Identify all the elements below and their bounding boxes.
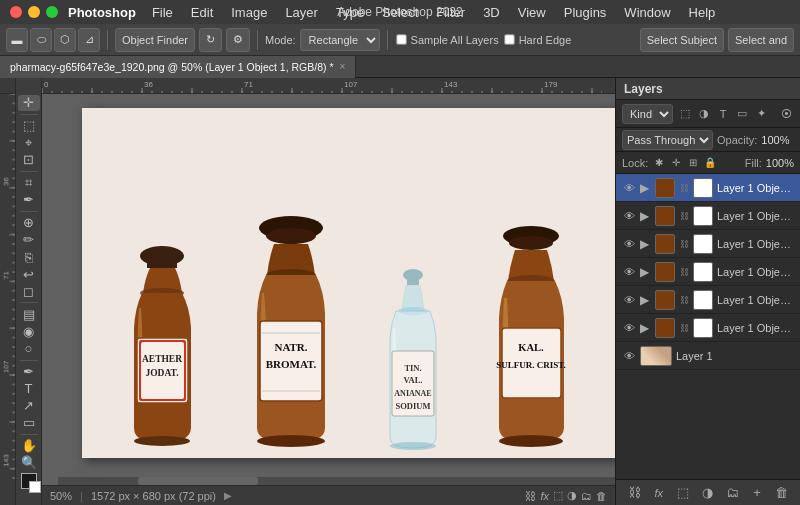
close-button[interactable] — [10, 6, 22, 18]
shape-filter-icon[interactable]: ▭ — [734, 106, 750, 122]
layer-chain-0: ⛓ — [679, 183, 689, 193]
menu-item-view[interactable]: View — [510, 3, 554, 22]
app-name: Photoshop — [68, 5, 136, 20]
healing-tool[interactable]: ⊕ — [18, 215, 40, 231]
layers-filter-toggle[interactable]: ⦿ — [778, 106, 794, 122]
object-finder-btn[interactable]: Object Finder — [115, 28, 195, 52]
scrollbar-thumb[interactable] — [138, 477, 258, 485]
lock-artboard-icon[interactable]: ⊞ — [686, 156, 700, 170]
layer-row-6[interactable]: 👁Layer 1 — [616, 342, 800, 370]
canvas-document[interactable]: AETHER JODAT. — [82, 108, 615, 458]
layer-folder-2: ▶ — [640, 237, 649, 251]
options-sep-1 — [107, 30, 108, 50]
menu-item-image[interactable]: Image — [223, 3, 275, 22]
add-mask-btn[interactable]: ⬚ — [674, 484, 692, 502]
layers-title: Layers — [624, 82, 663, 96]
blur-tool[interactable]: ◉ — [18, 323, 40, 339]
pixel-filter-icon[interactable]: ⬚ — [677, 106, 693, 122]
menu-item-edit[interactable]: Edit — [183, 3, 221, 22]
lasso-tool-btn[interactable]: ⊿ — [78, 28, 100, 52]
menu-item-file[interactable]: File — [144, 3, 181, 22]
lock-all-icon[interactable]: 🔒 — [703, 156, 717, 170]
crop-tool[interactable]: ⌗ — [18, 175, 40, 191]
menu-item-plugins[interactable]: Plugins — [556, 3, 615, 22]
background-color[interactable] — [29, 481, 41, 493]
h-scrollbar[interactable] — [58, 477, 615, 485]
smart-filter-icon[interactable]: ✦ — [753, 106, 769, 122]
history-brush[interactable]: ↩ — [18, 266, 40, 282]
shape-tool[interactable]: ▭ — [18, 415, 40, 431]
move-tool[interactable]: ✛ — [18, 95, 40, 111]
layer-row-4[interactable]: 👁▶⛓Layer 1 Object 5 — [616, 286, 800, 314]
menu-item-help[interactable]: Help — [681, 3, 724, 22]
dodge-tool[interactable]: ○ — [18, 341, 40, 357]
minimize-button[interactable] — [28, 6, 40, 18]
document-tab[interactable]: pharmacy-g65f647e3e_1920.png @ 50% (Laye… — [0, 56, 356, 78]
layer-eye-4[interactable]: 👁 — [622, 293, 636, 307]
eyedropper-tool[interactable]: ✒ — [18, 192, 40, 208]
mode-select[interactable]: Rectangle — [300, 29, 380, 51]
marquee-tool[interactable]: ⬚ — [18, 118, 40, 134]
options-sep-3 — [387, 30, 388, 50]
menu-item-layer[interactable]: Layer — [277, 3, 326, 22]
layer-row-0[interactable]: 👁▶⛓Layer 1 Object 1 — [616, 174, 800, 202]
layers-panel-header: Layers — [616, 78, 800, 100]
eraser-tool[interactable]: ◻ — [18, 283, 40, 299]
select-subject-btn[interactable]: Select Subject — [640, 28, 724, 52]
layer-eye-0[interactable]: 👁 — [622, 181, 636, 195]
lock-position-icon[interactable]: ✛ — [669, 156, 683, 170]
zoom-tool[interactable]: 🔍 — [18, 455, 40, 471]
sample-all-checkbox[interactable] — [396, 34, 406, 44]
layer-eye-6[interactable]: 👁 — [622, 349, 636, 363]
layer-row-5[interactable]: 👁▶⛓Layer 1 Object 6 — [616, 314, 800, 342]
hand-tool[interactable]: ✋ — [18, 438, 40, 454]
layer-eye-3[interactable]: 👁 — [622, 265, 636, 279]
select-and-btn[interactable]: Select and — [728, 28, 794, 52]
layers-search-bar: Kind ⬚ ◑ T ▭ ✦ ⦿ — [616, 100, 800, 128]
traffic-lights — [0, 6, 68, 18]
layer-eye-2[interactable]: 👁 — [622, 237, 636, 251]
object-selection-tool[interactable]: ⊡ — [18, 152, 40, 168]
brush-tool[interactable]: ✏ — [18, 232, 40, 248]
gradient-tool[interactable]: ▤ — [18, 306, 40, 322]
settings-btn[interactable]: ⚙ — [226, 28, 250, 52]
path-tool[interactable]: ↗ — [18, 398, 40, 414]
add-style-btn[interactable]: fx — [650, 484, 668, 502]
menu-item-window[interactable]: Window — [616, 3, 678, 22]
tool-separator-6 — [20, 434, 38, 435]
menu-item-3d[interactable]: 3D — [475, 3, 508, 22]
blend-mode-select[interactable]: Pass Through — [622, 130, 713, 150]
type-filter-icon[interactable]: T — [715, 106, 731, 122]
layer-eye-5[interactable]: 👁 — [622, 321, 636, 335]
ellipse-tool-btn[interactable]: ⬭ — [30, 28, 52, 52]
hard-edge-checkbox[interactable] — [504, 34, 514, 44]
layer-eye-1[interactable]: 👁 — [622, 209, 636, 223]
delete-layer-btn[interactable]: 🗑 — [773, 484, 791, 502]
pen-tool[interactable]: ✒ — [18, 363, 40, 379]
polygon-tool-btn[interactable]: ⬡ — [54, 28, 76, 52]
layer-row-2[interactable]: 👁▶⛓Layer 1 Object 3 — [616, 230, 800, 258]
link-layers-btn[interactable]: ⛓ — [625, 484, 643, 502]
layers-kind-select[interactable]: Kind — [622, 104, 673, 124]
bottle-1-svg: AETHER JODAT. — [115, 238, 210, 458]
tool-separator — [20, 114, 38, 115]
layer-row-1[interactable]: 👁▶⛓Layer 1 Object 2 — [616, 202, 800, 230]
maximize-button[interactable] — [46, 6, 58, 18]
refresh-btn[interactable]: ↻ — [199, 28, 222, 52]
rect-tool-btn[interactable]: ▬ — [6, 28, 28, 52]
adjust-filter-icon[interactable]: ◑ — [696, 106, 712, 122]
layer-name-4: Layer 1 Object 5 — [717, 294, 794, 306]
add-layer-btn[interactable]: + — [748, 484, 766, 502]
delete-icon[interactable]: 🗑 — [596, 490, 607, 502]
layer-row-3[interactable]: 👁▶⛓Layer 1 Object 4 — [616, 258, 800, 286]
bottle-3: TIN. VAL. ANIANAE SODIUM — [373, 263, 453, 458]
type-tool[interactable]: T — [18, 381, 40, 397]
lock-pixels-icon[interactable]: ✱ — [652, 156, 666, 170]
clone-tool[interactable]: ⎘ — [18, 249, 40, 265]
add-folder-btn[interactable]: 🗂 — [724, 484, 742, 502]
foreground-color[interactable] — [21, 473, 37, 489]
close-tab-btn[interactable]: × — [340, 61, 346, 72]
lasso-tool[interactable]: ⌖ — [18, 135, 40, 151]
canvas-area[interactable]: AETHER JODAT. — [42, 78, 615, 505]
add-adjustment-btn[interactable]: ◑ — [699, 484, 717, 502]
